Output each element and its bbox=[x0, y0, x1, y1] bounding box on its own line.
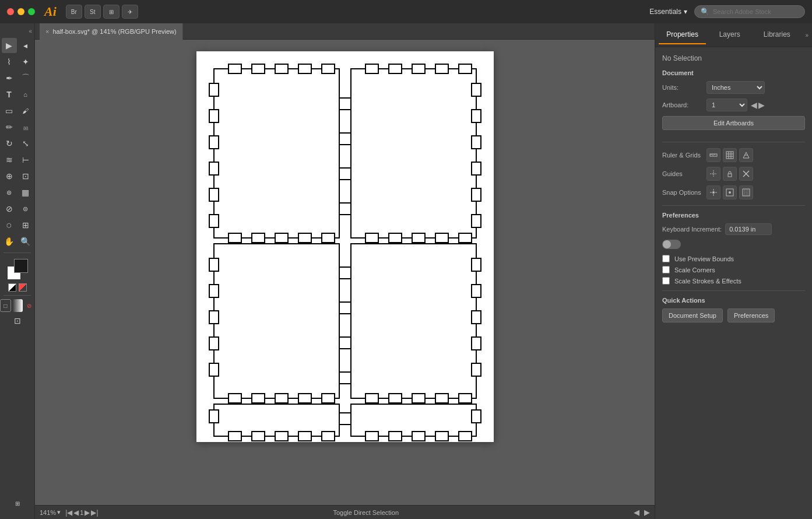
live-paint-tool[interactable]: ⬡ bbox=[2, 218, 17, 233]
bridge-icon[interactable]: Br bbox=[66, 5, 82, 19]
eyedropper-tool[interactable]: ⊘ bbox=[2, 201, 17, 216]
next-page-btn[interactable]: ▶ bbox=[85, 509, 90, 517]
svg-rect-44 bbox=[351, 244, 476, 398]
curvature-tool[interactable]: ⌒ bbox=[18, 71, 33, 86]
zoom-tool[interactable]: 🔍 bbox=[18, 234, 33, 249]
workspace-button[interactable]: Essentials ▾ bbox=[649, 8, 687, 16]
perspective-tool[interactable]: ⊡ bbox=[18, 169, 33, 184]
svg-rect-69 bbox=[298, 432, 311, 441]
preferences-btn[interactable]: Preferences bbox=[727, 308, 775, 322]
svg-rect-47 bbox=[472, 311, 481, 324]
svg-rect-24 bbox=[339, 98, 351, 110]
fill-mode-btn[interactable]: □ bbox=[0, 299, 11, 312]
no-selection-label: No Selection bbox=[662, 54, 805, 62]
magic-wand-tool[interactable]: ✦ bbox=[18, 54, 33, 69]
grid-layout-icon[interactable]: ⊞ bbox=[103, 5, 119, 19]
svg-rect-55 bbox=[252, 394, 265, 403]
shape-builder-tool[interactable]: ⊕ bbox=[2, 169, 17, 184]
snap-to-point-icon[interactable] bbox=[723, 185, 737, 199]
artboard-select[interactable]: 1 bbox=[706, 99, 747, 111]
rotate-tool[interactable]: ↻ bbox=[2, 136, 17, 151]
paintbrush-tool[interactable]: 🖌 bbox=[18, 103, 33, 118]
document-tab[interactable]: × half-box.svg* @ 141% (RGB/GPU Preview) bbox=[40, 23, 183, 40]
scale-tool[interactable]: ⤡ bbox=[18, 136, 33, 151]
eraser-tool[interactable]: ⎂ bbox=[18, 120, 33, 135]
hand-tool[interactable]: ✋ bbox=[2, 234, 17, 249]
gradient-mode-btn[interactable] bbox=[12, 299, 23, 312]
direct-selection-tool[interactable]: ◂ bbox=[18, 38, 33, 53]
rulers-icon[interactable] bbox=[706, 148, 720, 162]
maximize-button[interactable] bbox=[28, 8, 35, 15]
swap-colors-icon[interactable] bbox=[19, 283, 27, 292]
minimize-button[interactable] bbox=[17, 8, 24, 15]
canvas-area: × half-box.svg* @ 141% (RGB/GPU Preview) bbox=[35, 23, 655, 519]
prev-page-btn[interactable]: ◀ bbox=[73, 509, 79, 517]
change-screen-mode-btn[interactable]: ⊡ bbox=[10, 313, 25, 328]
ruler-grids-row: Ruler & Grids bbox=[662, 148, 805, 162]
units-select[interactable]: Inches Pixels Centimeters Millimeters Po… bbox=[706, 81, 765, 94]
artboard-tool[interactable]: ⊞ bbox=[18, 218, 33, 233]
width-tool[interactable]: ⊢ bbox=[18, 152, 33, 167]
status-arrow-left[interactable]: ◀ bbox=[634, 508, 639, 517]
units-row: Units: Inches Pixels Centimeters Millime… bbox=[662, 81, 805, 94]
svg-rect-15 bbox=[412, 64, 425, 73]
collapse-icon[interactable]: « bbox=[29, 28, 32, 34]
lasso-tool[interactable]: ⌇ bbox=[2, 54, 17, 69]
tool-row-live: ⬡ ⊞ bbox=[0, 218, 34, 233]
snap-to-grid-icon[interactable] bbox=[706, 185, 720, 199]
snap-icons bbox=[706, 185, 753, 199]
first-page-btn[interactable]: |◀ bbox=[65, 509, 72, 517]
perspective-grid-icon[interactable] bbox=[739, 148, 753, 162]
libraries-btn[interactable]: ⊞ bbox=[10, 496, 25, 511]
snap-to-pixel-icon[interactable] bbox=[739, 185, 753, 199]
lock-guides-icon[interactable] bbox=[723, 167, 737, 181]
rectangle-tool[interactable]: ▭ bbox=[2, 103, 17, 118]
tool-row-warp: ≋ ⊢ bbox=[0, 152, 34, 167]
clear-guides-icon[interactable] bbox=[739, 167, 753, 181]
default-colors-icon[interactable] bbox=[8, 283, 16, 292]
tab-layers[interactable]: Layers bbox=[706, 26, 753, 44]
prev-artboard-btn[interactable]: ◀ bbox=[751, 100, 757, 110]
warp-tool[interactable]: ≋ bbox=[2, 152, 17, 167]
svg-point-103 bbox=[729, 191, 731, 194]
type-path-tool[interactable]: ⌂ bbox=[18, 87, 33, 102]
use-preview-bounds-checkbox[interactable] bbox=[662, 255, 670, 262]
edit-artboards-btn[interactable]: Edit Artboards bbox=[662, 116, 805, 130]
svg-rect-67 bbox=[252, 432, 265, 441]
close-button[interactable] bbox=[7, 8, 14, 15]
symbol-tool[interactable]: ⊛ bbox=[2, 185, 17, 200]
scale-corners-row: Scale Corners bbox=[662, 266, 805, 273]
svg-rect-42 bbox=[209, 337, 219, 350]
canvas-container[interactable] bbox=[35, 40, 655, 505]
document-setup-btn[interactable]: Document Setup bbox=[662, 308, 723, 322]
search-stock-input[interactable] bbox=[713, 8, 799, 15]
tab-properties[interactable]: Properties bbox=[659, 26, 706, 44]
scale-corners-checkbox[interactable] bbox=[662, 266, 670, 273]
stroke-color-box[interactable] bbox=[14, 259, 28, 273]
divider-1 bbox=[662, 142, 805, 142]
stock-icon[interactable]: St bbox=[85, 5, 101, 19]
type-tool[interactable]: T bbox=[2, 87, 17, 102]
grid-icon[interactable] bbox=[723, 148, 737, 162]
svg-rect-4 bbox=[298, 64, 311, 73]
column-graph-tool[interactable]: ▦ bbox=[18, 185, 33, 200]
none-mode-btn[interactable]: ⊘ bbox=[24, 299, 34, 312]
status-arrow-right[interactable]: ▶ bbox=[644, 508, 650, 517]
zoom-dropdown-icon[interactable]: ▾ bbox=[57, 509, 61, 516]
pen-tool[interactable]: ✒ bbox=[2, 71, 17, 86]
show-guides-icon[interactable] bbox=[706, 167, 720, 181]
titlebar: Ai Br St ⊞ ✈ Essentials ▾ 🔍 bbox=[0, 0, 812, 23]
tab-close-btn[interactable]: × bbox=[45, 28, 49, 35]
scale-strokes-checkbox[interactable] bbox=[662, 277, 670, 285]
last-page-btn[interactable]: ▶| bbox=[91, 509, 98, 517]
publish-icon[interactable]: ✈ bbox=[122, 5, 138, 19]
selection-tool[interactable]: ▶ bbox=[2, 38, 17, 53]
svg-rect-87 bbox=[726, 152, 733, 159]
pencil-tool[interactable]: ✏ bbox=[2, 120, 17, 135]
tab-libraries[interactable]: Libraries bbox=[753, 26, 800, 44]
panel-collapse-icon[interactable]: » bbox=[805, 32, 809, 38]
keyboard-increment-input[interactable] bbox=[725, 223, 772, 235]
next-artboard-btn[interactable]: ▶ bbox=[758, 100, 765, 110]
ruler-grids-label: Ruler & Grids bbox=[662, 152, 703, 159]
blend-tool[interactable]: ⊜ bbox=[18, 201, 33, 216]
